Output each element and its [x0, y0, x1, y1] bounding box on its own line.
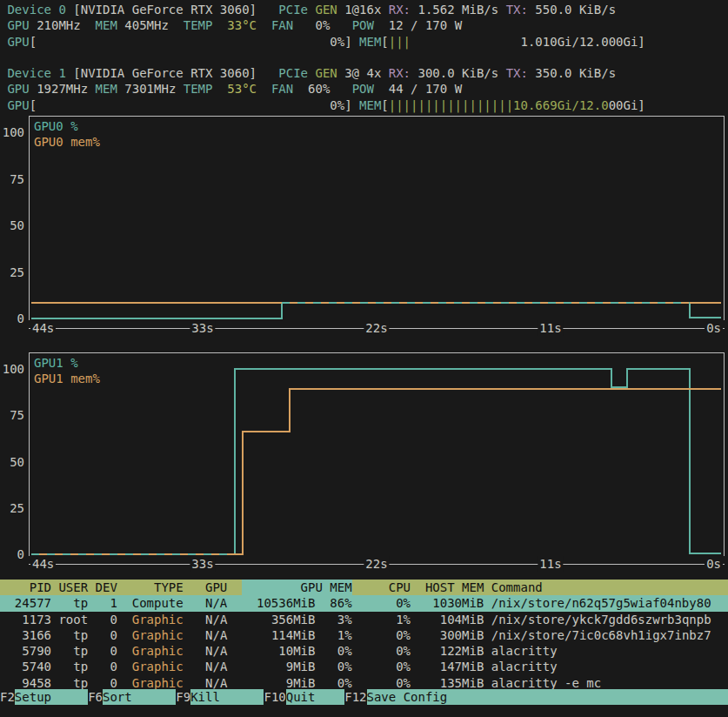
text-segment: 1.010Gi/12.000Gi: [521, 34, 638, 50]
text-segment: 210MHz: [37, 17, 95, 33]
process-table-header: PID USER DEV TYPE GPU GPU MEM CPU HOST M…: [0, 580, 728, 595]
text-segment: Graphic: [132, 643, 184, 659]
text-segment: [NVIDIA GeForce RTX 3060]: [73, 65, 257, 81]
text-segment: PCIe: [278, 65, 315, 81]
text-segment: 5740 tp 0: [0, 659, 132, 674]
x-axis-tick-label: 0s: [705, 320, 723, 336]
text-segment: 300.0 KiB/s: [417, 65, 505, 81]
save-config-button[interactable]: Save Config: [367, 689, 728, 705]
f12-key: F12: [344, 689, 366, 705]
nvtop-terminal: Device 0 [NVIDIA GeForce RTX 3060] PCIe …: [0, 0, 728, 717]
x-axis-tick-label: 11s: [538, 320, 563, 336]
text-segment: N/A 114MiB 1% 0% 300MiB /nix/store/7ic0c…: [184, 627, 711, 643]
gpu0-line: [31, 303, 721, 318]
text-segment: 1927MHz: [37, 81, 95, 97]
text-segment: 60%: [308, 81, 352, 97]
process-row-5740[interactable]: 5740 tp 0 Graphic N/A 9MiB 0% 0% 147MiB …: [0, 659, 728, 674]
text-segment: GEN: [315, 65, 344, 81]
text-segment: 0%: [37, 34, 344, 50]
text-segment: 1.562 MiB/s: [417, 2, 505, 17]
text-segment: Graphic: [132, 659, 184, 674]
text-segment: 00Gi: [609, 97, 638, 113]
text-segment: [257, 65, 278, 81]
text-segment: ]: [344, 97, 351, 113]
text-segment: [: [381, 34, 388, 50]
sort-button[interactable]: Sort: [103, 689, 176, 705]
y-axis-tick-label: 50: [2, 454, 24, 470]
device-info-line: GPU[ 0%] MEM[|||||||||||||||||10.669Gi/1…: [0, 97, 728, 113]
device-info-line: [0, 50, 728, 65]
chart-plot-area: [30, 117, 724, 320]
text-segment: ]: [638, 97, 645, 113]
text-segment: 44 / 170 W: [389, 81, 462, 97]
text-segment: [: [30, 34, 37, 50]
text-segment: 10.669Gi/12.0: [513, 97, 609, 113]
y-axis-tick-label: 75: [2, 171, 24, 187]
x-axis-tick-label: 44s: [30, 320, 56, 336]
text-segment: MEM: [96, 17, 125, 33]
text-segment: Graphic: [132, 612, 184, 627]
text-segment: 0%: [315, 17, 351, 33]
column-header-text: PID USER DEV TYPE GPU: [0, 580, 242, 595]
text-segment: POW: [352, 81, 389, 97]
text-segment: 405MHz: [124, 17, 183, 33]
text-segment: N/A 356MiB 3% 1% 104MiB /nix/store/ykck7…: [184, 612, 711, 627]
chart-plot-area: [30, 353, 724, 556]
text-segment: TX:: [506, 2, 536, 17]
gpu1-mem-line: [31, 389, 721, 554]
text-segment: 3166 tp 0: [0, 627, 132, 643]
text-segment: [411, 34, 520, 50]
process-row-24577[interactable]: 24577 tp 1 Compute N/A 10536MiB 86% 0% 1…: [0, 595, 728, 611]
column-header-text: GPU MEM: [242, 580, 351, 595]
text-segment: ]: [638, 34, 645, 50]
text-segment: GPU: [0, 97, 30, 113]
text-segment: 33°C: [227, 17, 271, 33]
text-segment: MEM: [352, 34, 382, 50]
text-segment: RX:: [389, 65, 418, 81]
device-info-line: GPU[ 0%] MEM[||| 1.010Gi/12.000Gi]: [0, 34, 728, 50]
x-axis: 44s33s22s11s0s: [29, 556, 725, 573]
text-segment: |||: [389, 34, 411, 50]
text-segment: 3@ 4x: [344, 65, 389, 81]
text-segment: GPU: [0, 81, 37, 97]
x-axis-tick-label: 22s: [364, 556, 389, 572]
x-axis-tick-label: 11s: [538, 556, 563, 572]
f2-key: F2: [0, 689, 15, 705]
x-axis-tick-label: 0s: [705, 556, 723, 572]
text-segment: |||||||||||||||||: [389, 97, 513, 113]
text-segment: Graphic: [132, 627, 184, 643]
text-segment: 1173 root 0: [0, 612, 132, 627]
text-segment: 5790 tp 0: [0, 643, 132, 659]
x-axis-tick-label: 33s: [190, 320, 215, 336]
text-segment: N/A 10MiB 0% 0% 122MiB alacritty: [184, 643, 558, 659]
text-segment: 1@16x: [344, 2, 389, 17]
x-axis-tick-label: 22s: [364, 320, 389, 336]
x-axis-tick-label: 33s: [190, 556, 215, 572]
text-segment: N/A 9MiB 0% 0% 147MiB alacritty: [184, 659, 558, 674]
text-segment: 0%: [37, 97, 344, 113]
text-segment: [: [30, 97, 37, 113]
setup-button[interactable]: Setup: [15, 689, 88, 705]
f9-key: F9: [176, 689, 190, 705]
text-segment: 350.0 KiB/s: [535, 65, 616, 81]
legend-gpu-percent: GPU1 %: [34, 356, 78, 370]
gpu1-line: [31, 369, 721, 554]
device-info-line: Device 1 [NVIDIA GeForce RTX 3060] PCIe …: [0, 65, 728, 81]
y-axis-tick-label: 25: [2, 500, 24, 516]
text-segment: GPU: [0, 17, 37, 33]
legend-gpu-percent: GPU0 %: [34, 119, 78, 133]
text-segment: MEM: [96, 81, 125, 97]
process-row-3166[interactable]: 3166 tp 0 Graphic N/A 114MiB 1% 0% 300Mi…: [0, 627, 728, 643]
text-segment: FAN: [271, 17, 316, 33]
process-row-1173[interactable]: 1173 root 0 Graphic N/A 356MiB 3% 1% 104…: [0, 612, 728, 627]
process-row-5790[interactable]: 5790 tp 0 Graphic N/A 10MiB 0% 0% 122MiB…: [0, 643, 728, 659]
y-axis-tick-label: 0: [2, 546, 24, 562]
text-segment: RX:: [389, 2, 418, 17]
text-segment: FAN: [271, 81, 308, 97]
text-segment: TX:: [506, 65, 536, 81]
y-axis-tick-label: 50: [2, 218, 24, 233]
device-info-line: Device 0 [NVIDIA GeForce RTX 3060] PCIe …: [0, 2, 728, 17]
quit-button[interactable]: Quit: [286, 689, 344, 705]
device-info-header: Device 0 [NVIDIA GeForce RTX 3060] PCIe …: [0, 2, 728, 113]
kill-button[interactable]: Kill: [190, 689, 264, 705]
